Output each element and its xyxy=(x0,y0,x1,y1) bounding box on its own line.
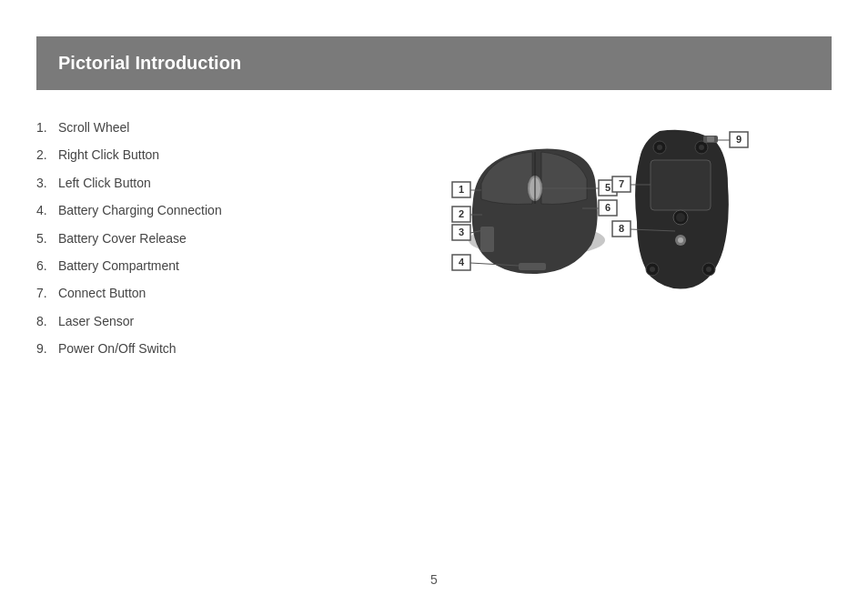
svg-text:5: 5 xyxy=(605,182,611,193)
svg-rect-38 xyxy=(707,136,714,142)
svg-rect-28 xyxy=(651,160,711,210)
svg-point-36 xyxy=(706,267,712,272)
list-item-8: 8. Laser Sensor xyxy=(36,311,237,331)
svg-point-25 xyxy=(657,145,662,150)
item-number: 9. xyxy=(36,338,55,358)
item-number: 6. xyxy=(36,256,55,276)
item-number: 7. xyxy=(36,283,55,303)
diagram-area: 5 6 1 2 3 4 xyxy=(255,117,764,308)
list-item-7: 7. Connect Button xyxy=(36,283,237,303)
svg-text:3: 3 xyxy=(459,227,464,237)
svg-point-30 xyxy=(676,213,685,222)
list-item-9: 9. Power On/Off Switch xyxy=(36,338,237,358)
list-item-5: 5. Battery Cover Release xyxy=(36,228,237,248)
item-number: 8. xyxy=(36,311,55,331)
page-number: 5 xyxy=(430,572,438,587)
svg-text:1: 1 xyxy=(459,184,464,195)
svg-text:2: 2 xyxy=(459,208,464,219)
item-number: 2. xyxy=(36,145,55,165)
list-item-1: 1. Scroll Wheel xyxy=(36,117,237,137)
svg-point-34 xyxy=(650,267,655,272)
svg-text:7: 7 xyxy=(619,178,624,189)
item-number: 1. xyxy=(36,117,55,137)
list-item-4: 4. Battery Charging Connection xyxy=(36,200,237,220)
svg-text:6: 6 xyxy=(605,202,611,213)
item-number: 5. xyxy=(36,228,55,248)
item-number: 3. xyxy=(36,173,55,193)
list-item-3: 3. Left Click Button xyxy=(36,173,237,193)
list-item-6: 6. Battery Compartment xyxy=(36,256,237,276)
svg-point-32 xyxy=(678,237,683,243)
page-title: Pictorial Introduction xyxy=(58,53,241,73)
svg-text:9: 9 xyxy=(736,134,742,145)
svg-point-27 xyxy=(699,145,704,150)
mouse-top-view: 5 6 1 2 3 4 xyxy=(452,149,617,274)
list-item-2: 2. Right Click Button xyxy=(36,145,237,165)
svg-text:4: 4 xyxy=(459,257,465,267)
header-bar: Pictorial Introduction xyxy=(36,36,832,90)
svg-text:8: 8 xyxy=(619,223,624,234)
parts-list: 1. Scroll Wheel2. Right Click Button3. L… xyxy=(36,117,237,367)
item-number: 4. xyxy=(36,200,55,220)
mouse-bottom-view: 7 8 9 xyxy=(612,130,748,289)
svg-rect-5 xyxy=(519,263,546,270)
